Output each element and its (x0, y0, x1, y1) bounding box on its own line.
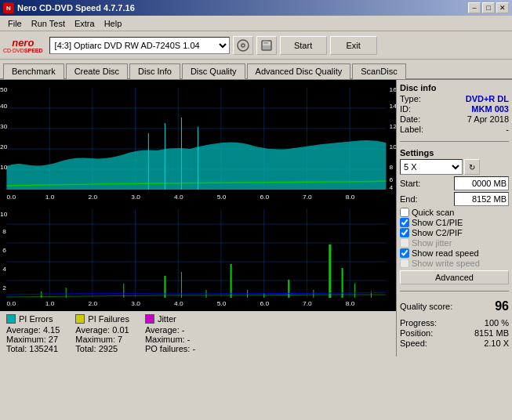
start-button[interactable]: Start (280, 36, 327, 55)
title-bar-controls: – □ ✕ (468, 2, 509, 13)
position-label: Position: (400, 328, 433, 338)
quick-scan-label: Quick scan (412, 208, 454, 217)
exit-button[interactable]: Exit (330, 36, 377, 55)
app-icon: N (3, 2, 14, 13)
title-bar: N Nero CD-DVD Speed 4.7.7.16 – □ ✕ (0, 0, 512, 16)
show-c1-pie-label: Show C1/PIE (412, 218, 463, 227)
svg-text:7.0: 7.0 (303, 300, 312, 307)
po-failures: PO failures: - (145, 344, 195, 353)
svg-text:20: 20 (0, 143, 8, 150)
disc-date-label: Date: (400, 114, 420, 124)
progress-row: Progress: 100 % (400, 318, 509, 328)
jitter-avg: Average: - (145, 325, 195, 335)
close-button[interactable]: ✕ (496, 2, 509, 13)
svg-text:30: 30 (0, 123, 8, 130)
tab-scandisc[interactable]: ScanDisc (352, 63, 405, 79)
svg-text:1.0: 1.0 (45, 194, 55, 201)
settings-section: Settings 5 X ↻ Start: End: Quick scan (400, 148, 509, 284)
pi-failures-color (75, 314, 85, 324)
show-jitter-row: Show jitter (400, 238, 509, 248)
menu-extra[interactable]: Extra (70, 17, 100, 30)
maximize-button[interactable]: □ (482, 2, 495, 13)
svg-text:7.0: 7.0 (303, 194, 312, 201)
pi-failures-total: Total: 2925 (75, 344, 129, 353)
svg-text:10: 10 (0, 164, 8, 171)
show-c2-pif-label: Show C2/PIF (412, 228, 463, 237)
start-row: Start: (400, 176, 509, 190)
svg-point-2 (240, 42, 246, 49)
svg-text:3.0: 3.0 (131, 300, 140, 307)
menu-file[interactable]: File (3, 17, 27, 30)
svg-text:5.0: 5.0 (217, 300, 227, 307)
jitter-color (145, 314, 154, 324)
advanced-button[interactable]: Advanced (400, 270, 509, 284)
show-c2-pif-checkbox[interactable] (400, 228, 409, 237)
svg-text:3.0: 3.0 (131, 194, 140, 201)
disc-id-label: ID: (400, 104, 411, 114)
disc-date-value: 7 Apr 2018 (467, 114, 509, 124)
position-row: Position: 8151 MB (400, 328, 509, 338)
show-jitter-label: Show jitter (412, 238, 452, 248)
svg-text:4.0: 4.0 (174, 194, 183, 201)
svg-text:10: 10 (390, 143, 396, 150)
pi-errors-chart: 16 14 12 10 8 6 4 50 40 30 20 10 0.0 1.0… (0, 80, 396, 205)
tab-benchmark[interactable]: Benchmark (3, 63, 64, 79)
svg-text:4: 4 (2, 266, 6, 273)
svg-text:6: 6 (390, 176, 394, 183)
right-panel: Disc info Type: DVD+R DL ID: MKM 003 Dat… (396, 80, 512, 357)
pi-errors-avg: Average: 4.15 (6, 325, 60, 335)
svg-text:14: 14 (390, 103, 396, 110)
speed-value: 2.10 X (484, 339, 509, 348)
show-write-speed-checkbox[interactable] (400, 259, 409, 268)
refresh-button[interactable]: ↻ (464, 159, 480, 175)
svg-text:2.0: 2.0 (89, 300, 98, 307)
pi-errors-total: Total: 135241 (6, 344, 60, 353)
tab-create-disc[interactable]: Create Disc (66, 63, 128, 79)
tab-disc-quality[interactable]: Disc Quality (182, 63, 245, 79)
pi-failures-max: Maximum: 7 (75, 335, 129, 344)
end-input[interactable] (454, 192, 509, 206)
svg-text:4.0: 4.0 (174, 300, 183, 307)
svg-text:5.0: 5.0 (217, 194, 227, 201)
svg-point-0 (238, 40, 249, 51)
show-jitter-checkbox[interactable] (400, 238, 409, 248)
legend-area: PI Errors Average: 4.15 Maximum: 27 Tota… (0, 311, 396, 357)
start-input[interactable] (454, 176, 509, 190)
drive-selector[interactable]: [4:3] Optiarc DVD RW AD-7240S 1.04 (49, 37, 230, 54)
quick-scan-checkbox[interactable] (400, 208, 409, 217)
save-button[interactable] (256, 36, 277, 55)
svg-text:16: 16 (390, 86, 396, 93)
legend-jitter: Jitter Average: - Maximum: - PO failures… (145, 314, 195, 353)
svg-text:12: 12 (390, 123, 396, 130)
disc-info-section: Disc info Type: DVD+R DL ID: MKM 003 Dat… (400, 83, 509, 135)
show-write-speed-label: Show write speed (412, 259, 480, 268)
legend-pi-failures: PI Failures Average: 0.01 Maximum: 7 Tot… (75, 314, 129, 353)
disc-id-value: MKM 003 (471, 104, 509, 114)
disc-button[interactable] (233, 36, 253, 55)
pi-errors-title: PI Errors (19, 314, 53, 324)
svg-rect-4 (263, 41, 268, 44)
speed-label: Speed: (400, 339, 427, 348)
svg-text:2: 2 (2, 284, 6, 291)
svg-point-1 (241, 44, 245, 47)
tab-advanced-disc-quality[interactable]: Advanced Disc Quality (247, 63, 351, 79)
menu-run-test[interactable]: Run Test (27, 17, 70, 30)
svg-text:6.0: 6.0 (260, 300, 269, 307)
svg-text:8.0: 8.0 (346, 300, 355, 307)
show-c1-pie-checkbox[interactable] (400, 218, 409, 227)
progress-label: Progress: (400, 318, 437, 328)
menu-help[interactable]: Help (100, 17, 127, 30)
quality-score-label: Quality score: (400, 302, 452, 311)
pi-errors-color (6, 314, 16, 324)
disc-info-title: Disc info (400, 83, 509, 92)
toolbar: nero CD·DVDSPEED [4:3] Optiarc DVD RW AD… (0, 31, 512, 60)
show-read-speed-checkbox[interactable] (400, 248, 409, 258)
tab-disc-info[interactable]: Disc Info (129, 63, 180, 79)
svg-text:8: 8 (390, 164, 394, 171)
svg-text:8: 8 (2, 228, 6, 235)
save-icon (260, 39, 273, 52)
speed-select[interactable]: 5 X (400, 159, 463, 175)
minimize-button[interactable]: – (468, 2, 481, 13)
settings-title: Settings (400, 148, 509, 158)
disc-id-row: ID: MKM 003 (400, 104, 509, 114)
